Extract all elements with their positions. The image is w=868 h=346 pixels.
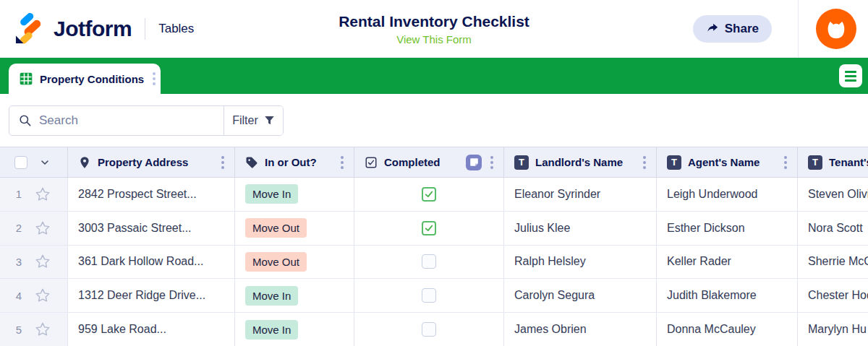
filter-funnel-icon (264, 115, 275, 126)
row-select-cell: 2 (0, 212, 68, 245)
column-header-in-or-out[interactable]: In or Out? (235, 147, 354, 177)
cell-property-address[interactable]: 1312 Deer Ridge Drive... (68, 279, 235, 312)
star-icon[interactable] (35, 186, 51, 202)
row-select-cell: 3 (0, 246, 68, 279)
cell-completed[interactable] (354, 212, 504, 245)
share-arrow-icon (706, 22, 719, 35)
cell-tenant-name[interactable]: Chester Hod (798, 279, 868, 312)
app-window: Jotform Tables Rental Inventory Checklis… (0, 0, 868, 346)
star-icon[interactable] (35, 321, 51, 337)
cell-agent-name[interactable]: Esther Dickson (657, 212, 798, 245)
status-badge: Move Out (245, 252, 307, 272)
checkbox-icon (365, 156, 378, 169)
cell-in-or-out[interactable]: Move Out (235, 212, 354, 245)
cell-tenant-name[interactable]: Nora Scott (798, 212, 868, 245)
table-row: 4 1312 Deer Ridge Drive... Move In Carol… (0, 279, 868, 313)
sheet-list-menu-button[interactable] (839, 64, 862, 87)
tag-icon (245, 156, 258, 169)
page-title: Rental Inventory Checklist (339, 13, 529, 30)
jotform-logo-icon (14, 13, 46, 45)
tab-property-conditions[interactable]: Property Conditions (9, 64, 161, 94)
search-box (9, 106, 224, 135)
brand-divider (145, 18, 145, 40)
cell-landlord-name[interactable]: Carolyn Segura (504, 279, 657, 312)
share-button[interactable]: Share (693, 15, 772, 43)
cell-in-or-out[interactable]: Move In (235, 279, 354, 312)
tab-menu-dots-icon[interactable] (150, 69, 158, 88)
row-select-cell: 1 (0, 178, 68, 211)
text-icon: T (667, 155, 681, 170)
cell-completed[interactable] (354, 279, 504, 312)
row-select-cell: 4 (0, 279, 68, 312)
column-header-tenants-name[interactable]: T Tenant's (798, 147, 868, 177)
chevron-down-icon[interactable] (39, 157, 51, 168)
cell-agent-name[interactable]: Judith Blakemore (657, 279, 798, 312)
header-divider (798, 0, 799, 58)
cell-property-address[interactable]: 959 Lake Road... (68, 313, 235, 346)
column-menu-dots-icon[interactable] (488, 153, 496, 172)
data-table: Property Address In or Out? Completed (0, 147, 868, 346)
table-row: 1 2842 Prospect Street... Move In Eleano… (0, 178, 868, 212)
table-row: 5 959 Lake Road... Move In James Obrien … (0, 313, 868, 346)
header-actions: Share (693, 0, 868, 58)
cell-tenant-name[interactable]: Sherrie McC (798, 246, 868, 279)
completed-checkbox[interactable] (422, 288, 436, 303)
cell-in-or-out[interactable]: Move Out (235, 246, 354, 279)
hamburger-icon (845, 71, 856, 73)
cell-landlord-name[interactable]: James Obrien (504, 313, 657, 346)
completed-checkbox[interactable] (422, 254, 436, 269)
column-menu-dots-icon[interactable] (781, 153, 790, 172)
completed-checkbox[interactable] (422, 221, 436, 235)
search-input[interactable] (39, 113, 215, 128)
column-header-landlords-name[interactable]: T Landlord's Name (504, 147, 657, 177)
star-icon[interactable] (35, 220, 51, 236)
cell-property-address[interactable]: 3003 Passaic Street... (68, 212, 235, 245)
table-row: 3 361 Dark Hollow Road... Move Out Ralph… (0, 246, 868, 280)
note-icon (469, 157, 479, 167)
jotform-logo[interactable]: Jotform (14, 13, 132, 45)
completed-checkbox[interactable] (422, 187, 436, 202)
star-icon[interactable] (35, 254, 51, 269)
column-header-property-address[interactable]: Property Address (68, 147, 235, 177)
cell-tenant-name[interactable]: Marylyn Hu (798, 313, 868, 346)
select-all-header (0, 147, 68, 177)
cell-in-or-out[interactable]: Move In (235, 178, 354, 211)
search-icon (18, 113, 32, 127)
cell-tenant-name[interactable]: Steven Olivi (798, 178, 868, 211)
avatar[interactable] (816, 9, 856, 49)
view-this-form-link[interactable]: View This Form (396, 33, 472, 46)
search-filter-group: Filter (9, 105, 284, 136)
column-header-completed[interactable]: Completed (354, 147, 504, 177)
star-icon[interactable] (35, 287, 51, 303)
form-field-badge[interactable] (466, 155, 482, 170)
row-number: 2 (14, 222, 23, 234)
column-menu-dots-icon[interactable] (218, 153, 227, 172)
top-header: Jotform Tables Rental Inventory Checklis… (0, 0, 868, 58)
cell-completed[interactable] (354, 178, 504, 211)
row-number: 1 (14, 188, 23, 200)
cell-property-address[interactable]: 361 Dark Hollow Road... (68, 246, 235, 279)
text-icon: T (808, 155, 822, 170)
cell-completed[interactable] (354, 246, 504, 279)
filter-button[interactable]: Filter (224, 106, 283, 135)
cell-landlord-name[interactable]: Eleanor Syrinder (504, 178, 657, 211)
cell-agent-name[interactable]: Leigh Underwood (657, 178, 798, 211)
cell-landlord-name[interactable]: Julius Klee (504, 212, 657, 245)
status-badge: Move In (245, 184, 298, 204)
column-menu-dots-icon[interactable] (338, 153, 346, 172)
status-badge: Move In (245, 286, 298, 306)
product-name: Tables (158, 22, 194, 36)
brand-wordmark: Jotform (54, 17, 132, 41)
column-menu-dots-icon[interactable] (640, 153, 649, 172)
cell-agent-name[interactable]: Keller Rader (657, 246, 798, 279)
location-pin-icon (78, 156, 91, 169)
table-toolbar: Filter (0, 94, 868, 147)
cell-landlord-name[interactable]: Ralph Helsley (504, 246, 657, 279)
column-header-agents-name[interactable]: T Agent's Name (657, 147, 798, 177)
cell-in-or-out[interactable]: Move In (235, 313, 354, 346)
cell-property-address[interactable]: 2842 Prospect Street... (68, 178, 235, 211)
cell-agent-name[interactable]: Donna McCauley (657, 313, 798, 346)
completed-checkbox[interactable] (422, 322, 436, 337)
cell-completed[interactable] (354, 313, 504, 346)
select-all-checkbox[interactable] (14, 156, 27, 169)
